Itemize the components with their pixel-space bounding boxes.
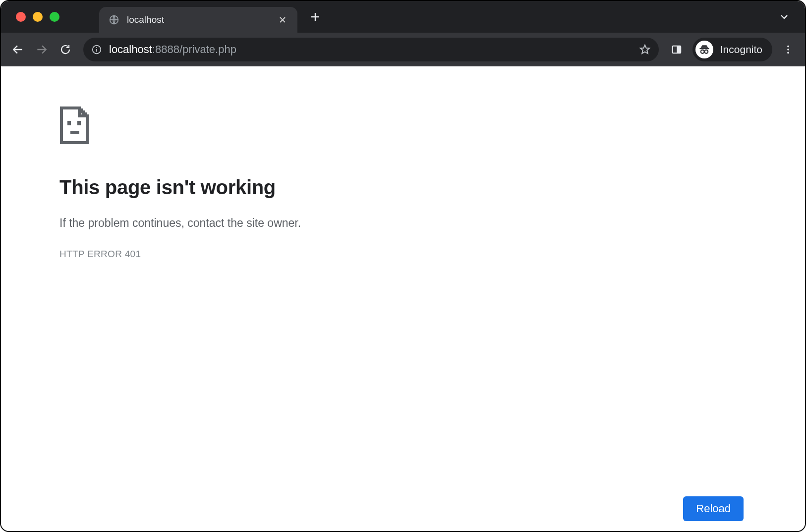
browser-toolbar: localhost:8888/private.php Incognito xyxy=(1,33,805,66)
globe-icon xyxy=(108,14,120,26)
window-close-button[interactable] xyxy=(16,12,26,22)
url-text: localhost:8888/private.php xyxy=(109,43,639,56)
kebab-icon xyxy=(783,44,794,55)
browser-menu-button[interactable] xyxy=(777,39,799,60)
info-icon xyxy=(91,44,102,55)
page-content: This page isn't working If the problem c… xyxy=(1,66,805,531)
reload-button[interactable]: Reload xyxy=(683,496,744,521)
arrow-left-icon xyxy=(11,43,24,56)
reload-toolbar-button[interactable] xyxy=(55,39,76,60)
site-info-button[interactable] xyxy=(91,44,102,55)
new-tab-button[interactable] xyxy=(305,7,325,27)
svg-point-14 xyxy=(701,50,704,53)
svg-point-15 xyxy=(704,50,708,53)
svg-rect-13 xyxy=(699,48,709,49)
svg-point-9 xyxy=(96,47,97,48)
panel-icon xyxy=(671,44,682,55)
svg-rect-22 xyxy=(70,131,79,134)
tab-list-button[interactable] xyxy=(774,7,794,27)
svg-point-18 xyxy=(787,49,789,51)
forward-button[interactable] xyxy=(31,39,53,60)
star-icon xyxy=(639,44,651,55)
reload-icon xyxy=(59,44,71,55)
svg-point-19 xyxy=(787,52,789,54)
browser-tab[interactable]: localhost xyxy=(99,7,297,33)
sad-document-icon xyxy=(59,106,89,145)
error-heading: This page isn't working xyxy=(59,176,378,199)
incognito-icon xyxy=(695,41,713,58)
plus-icon xyxy=(310,11,321,22)
window-zoom-button[interactable] xyxy=(50,12,59,22)
tab-title: localhost xyxy=(127,14,277,25)
back-button[interactable] xyxy=(7,39,29,60)
side-panel-button[interactable] xyxy=(666,39,688,60)
svg-rect-21 xyxy=(77,121,81,125)
error-message: If the problem continues, contact the si… xyxy=(59,216,378,230)
window-minimize-button[interactable] xyxy=(33,12,43,22)
error-container: This page isn't working If the problem c… xyxy=(1,66,378,260)
bookmark-button[interactable] xyxy=(639,44,651,55)
incognito-label: Incognito xyxy=(720,44,762,55)
url-host: localhost xyxy=(109,43,152,55)
error-code: HTTP ERROR 401 xyxy=(59,249,378,260)
svg-point-17 xyxy=(787,46,789,48)
incognito-indicator: Incognito xyxy=(692,38,772,61)
close-icon xyxy=(279,16,287,24)
arrow-right-icon xyxy=(35,43,48,56)
address-bar[interactable]: localhost:8888/private.php xyxy=(83,38,659,61)
chevron-down-icon xyxy=(779,12,789,22)
window-controls xyxy=(16,12,59,22)
svg-rect-20 xyxy=(67,121,71,125)
svg-rect-12 xyxy=(677,46,681,53)
close-tab-button[interactable] xyxy=(277,14,288,26)
svg-marker-10 xyxy=(640,45,649,53)
tab-strip: localhost xyxy=(1,1,805,33)
url-path: :8888/private.php xyxy=(152,43,236,55)
